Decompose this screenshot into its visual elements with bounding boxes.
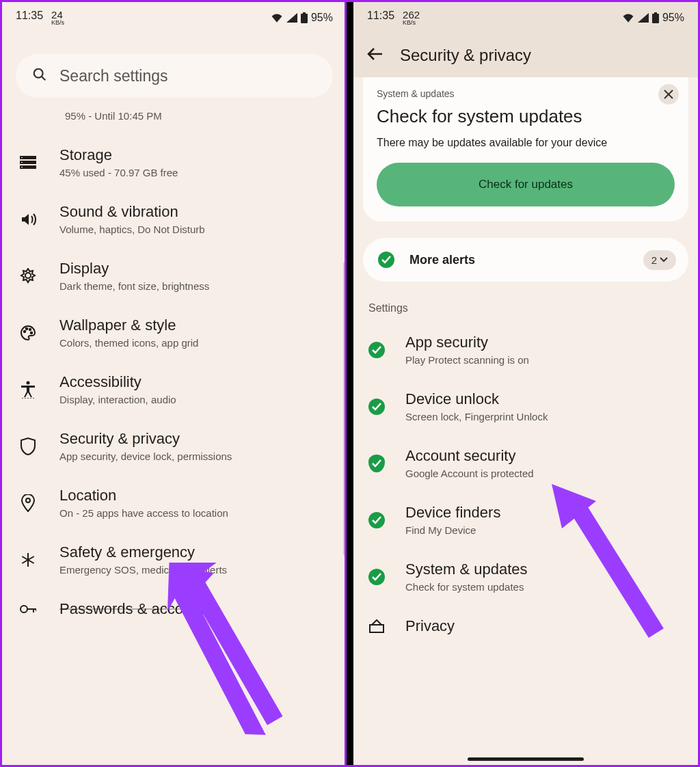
accessibility-icon xyxy=(16,381,40,399)
svg-point-25 xyxy=(21,606,27,613)
security-privacy-screen: 11:35 262KB/s 95% Security & privacy xyxy=(353,2,698,765)
svg-point-22 xyxy=(30,398,31,399)
settings-item-passwords[interactable]: Passwords & accounts xyxy=(2,588,347,618)
svg-rect-9 xyxy=(21,167,23,167)
status-bar: 11:35 24KB/s 95% xyxy=(2,2,347,33)
display-icon xyxy=(16,268,40,284)
storage-icon xyxy=(16,156,40,170)
svg-rect-8 xyxy=(21,162,23,163)
settings-item-location[interactable]: LocationOn - 25 apps have access to loca… xyxy=(2,474,347,531)
status-net-speed: 262KB/s xyxy=(403,10,420,26)
svg-rect-32 xyxy=(654,12,657,14)
svg-rect-31 xyxy=(652,14,659,23)
sound-icon xyxy=(16,212,40,227)
location-icon xyxy=(16,494,40,512)
battery-icon xyxy=(301,12,308,23)
section-label: Settings xyxy=(353,282,698,321)
check-updates-button[interactable]: Check for updates xyxy=(377,163,675,206)
signal-icon xyxy=(286,13,297,23)
status-battery-pct: 95% xyxy=(311,12,333,24)
alerts-count-badge: 2 xyxy=(643,250,676,270)
wifi-icon xyxy=(622,13,634,23)
settings-main-screen: 11:35 24KB/s 95% Search settings 95% - U… xyxy=(2,2,347,765)
header: Security & privacy xyxy=(353,33,698,77)
battery-icon xyxy=(652,12,659,23)
svg-point-12 xyxy=(24,330,25,332)
svg-rect-36 xyxy=(370,625,383,632)
search-settings[interactable]: Search settings xyxy=(16,54,333,98)
privacy-icon xyxy=(368,619,385,633)
svg-rect-7 xyxy=(21,157,23,158)
status-net-speed: 24KB/s xyxy=(51,10,64,26)
search-placeholder: Search settings xyxy=(59,67,168,85)
card-headline: Check for system updates xyxy=(377,106,675,127)
svg-point-19 xyxy=(22,398,23,399)
settings-item-sound[interactable]: Sound & vibrationVolume, haptics, Do Not… xyxy=(2,191,347,247)
svg-line-3 xyxy=(42,77,46,81)
screenshot-divider xyxy=(347,2,353,765)
gesture-bar[interactable] xyxy=(468,757,584,761)
svg-point-2 xyxy=(34,69,43,78)
back-button[interactable] xyxy=(367,46,383,65)
status-bar: 11:35 262KB/s 95% xyxy=(353,2,698,33)
checkmark-icon xyxy=(368,342,385,358)
svg-point-14 xyxy=(29,328,31,329)
sec-item-system-updates[interactable]: System & updatesCheck for system updates xyxy=(353,548,698,605)
asterisk-icon xyxy=(16,552,40,568)
settings-item-storage[interactable]: Storage45% used - 70.97 GB free xyxy=(2,134,347,191)
system-updates-card: System & updates Check for system update… xyxy=(363,77,688,221)
battery-partial-subtitle: 95% - Until 10:45 PM xyxy=(2,105,347,134)
checkmark-icon xyxy=(368,399,385,415)
sec-item-privacy[interactable]: Privacy xyxy=(353,605,698,635)
palette-icon xyxy=(16,325,40,341)
svg-point-24 xyxy=(26,498,30,502)
sec-item-app-security[interactable]: App securityPlay Protect scanning is on xyxy=(353,321,698,378)
svg-point-21 xyxy=(27,398,29,399)
svg-rect-0 xyxy=(301,14,308,23)
svg-point-23 xyxy=(33,398,34,399)
settings-item-accessibility[interactable]: AccessibilityDisplay, interaction, audio xyxy=(2,361,347,418)
checkmark-icon xyxy=(368,512,385,528)
status-time: 11:35 xyxy=(367,10,394,22)
card-eyebrow: System & updates xyxy=(377,88,675,99)
shield-check-icon xyxy=(368,455,385,472)
close-button[interactable] xyxy=(658,84,679,105)
settings-item-safety[interactable]: Safety & emergencyEmergency SOS, medical… xyxy=(2,531,347,588)
svg-rect-1 xyxy=(303,12,306,14)
chevron-down-icon xyxy=(660,257,668,263)
signal-icon xyxy=(638,13,649,23)
svg-point-13 xyxy=(26,327,27,329)
more-alerts-label: More alerts xyxy=(409,253,628,267)
settings-item-display[interactable]: DisplayDark theme, font size, brightness xyxy=(2,247,347,304)
settings-item-security-privacy[interactable]: Security & privacyApp security, device l… xyxy=(2,418,347,474)
svg-rect-18 xyxy=(27,386,29,392)
svg-point-15 xyxy=(31,332,32,333)
more-alerts-row[interactable]: More alerts 2 xyxy=(363,238,688,282)
svg-point-20 xyxy=(25,398,26,399)
search-icon xyxy=(32,67,47,85)
checkmark-icon xyxy=(368,569,385,585)
status-time: 11:35 xyxy=(16,10,43,22)
svg-marker-10 xyxy=(21,269,35,282)
wifi-icon xyxy=(271,13,283,23)
shield-icon xyxy=(16,438,40,455)
svg-point-11 xyxy=(25,273,31,278)
sec-item-device-unlock[interactable]: Device unlockScreen lock, Fingerprint Un… xyxy=(353,378,698,435)
page-title: Security & privacy xyxy=(400,46,531,65)
card-body: There may be updates available for your … xyxy=(377,137,675,149)
sec-item-account-security[interactable]: Account securityGoogle Account is protec… xyxy=(353,435,698,492)
svg-point-16 xyxy=(27,381,30,384)
key-icon xyxy=(16,604,40,615)
settings-item-wallpaper[interactable]: Wallpaper & styleColors, themed icons, a… xyxy=(2,304,347,361)
sec-item-device-finders[interactable]: Device findersFind My Device xyxy=(353,492,698,548)
status-battery-pct: 95% xyxy=(662,12,684,24)
checkmark-icon xyxy=(378,252,394,268)
